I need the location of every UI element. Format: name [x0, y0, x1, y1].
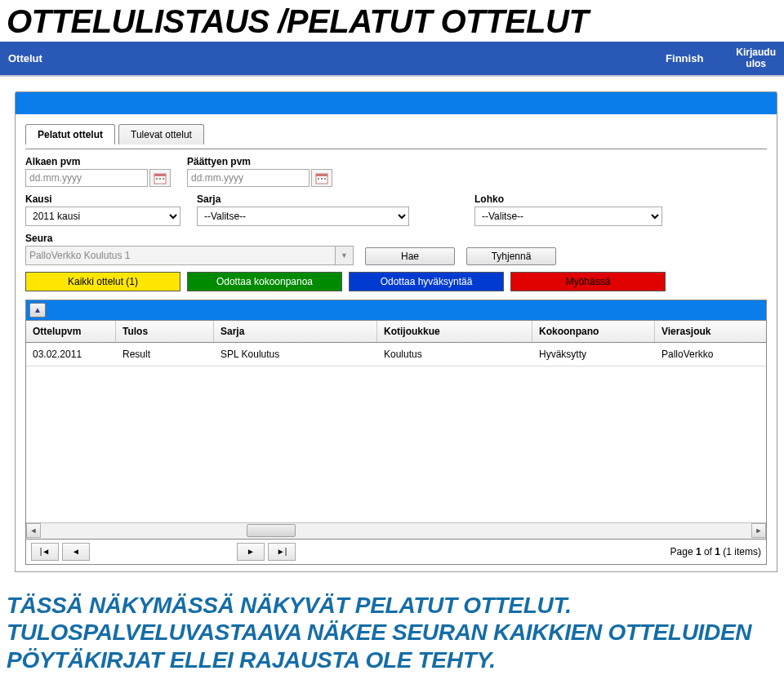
collapse-icon[interactable]: ▲ — [29, 303, 46, 318]
logout-line1: Kirjaudu — [736, 47, 776, 58]
svg-rect-2 — [156, 178, 158, 180]
col-result[interactable]: Tulos — [116, 321, 214, 342]
group-select[interactable]: --Valitse-- — [474, 207, 662, 226]
caption-line1: TÄSSÄ NÄKYMÄSSÄ NÄKYVÄT PELATUT OTTELUT. — [7, 593, 572, 618]
tab-underline — [25, 149, 767, 149]
label-from-date: Alkaen pvm — [25, 156, 171, 167]
title-sub: PELATUT OTTELUT — [287, 3, 589, 39]
club-input — [25, 246, 336, 265]
series-select[interactable]: --Valitse-- — [197, 207, 409, 226]
calendar-icon[interactable] — [311, 169, 332, 187]
nav-ottelut[interactable]: Ottelut — [8, 52, 666, 64]
topbar: Ottelut Finnish Kirjaudu ulos — [0, 42, 784, 75]
cell-lineup: Hyväksytty — [532, 343, 655, 366]
filter-panel: Pelatut ottelut Tulevat ottelut Alkaen p… — [15, 114, 777, 572]
chevron-down-icon[interactable]: ▼ — [336, 246, 354, 265]
status-lineup[interactable]: Odottaa kokoonpanoa — [187, 272, 342, 291]
search-button[interactable]: Hae — [365, 247, 455, 265]
pager: |◄ ◄ ► ►| Page 1 of 1 (1 items) — [26, 539, 766, 564]
label-season: Kausi — [25, 193, 180, 205]
calendar-icon[interactable] — [149, 169, 171, 187]
horizontal-scrollbar[interactable]: ◄ ► — [26, 522, 766, 539]
label-club: Seura — [25, 233, 354, 244]
season-select[interactable]: 2011 kausi — [25, 207, 180, 226]
caption: TÄSSÄ NÄKYMÄSSÄ NÄKYVÄT PELATUT OTTELUT.… — [0, 577, 784, 679]
page-title: OTTELULISTAUS /PELATUT OTTELUT — [0, 0, 784, 42]
to-date-input[interactable] — [187, 169, 310, 187]
status-all[interactable]: Kaikki ottelut (1) — [25, 272, 180, 291]
col-home[interactable]: Kotijoukkue — [377, 321, 532, 342]
clear-button[interactable]: Tyhjennä — [466, 247, 556, 265]
results-grid: Ottelupvm Tulos Sarja Kotijoukkue Kokoon… — [25, 321, 767, 565]
from-date-input[interactable] — [25, 169, 148, 187]
status-approve[interactable]: Odottaa hyväksyntää — [349, 272, 504, 291]
nav-logout[interactable]: Kirjaudu ulos — [736, 47, 776, 70]
status-filters: Kaikki ottelut (1) Odottaa kokoonpanoa O… — [25, 272, 767, 291]
pager-text: Page 1 of 1 (1 items) — [670, 546, 761, 557]
svg-rect-4 — [163, 178, 164, 180]
tab-upcoming[interactable]: Tulevat ottelut — [118, 124, 204, 144]
panel-header — [15, 91, 777, 114]
label-series: Sarja — [197, 193, 409, 205]
col-series[interactable]: Sarja — [214, 321, 377, 342]
svg-rect-9 — [324, 178, 326, 180]
title-main: OTTELULISTAUS / — [7, 3, 287, 39]
tabs: Pelatut ottelut Tulevat ottelut — [25, 124, 767, 144]
prev-page-button[interactable]: ◄ — [62, 543, 90, 561]
grid-header-row: Ottelupvm Tulos Sarja Kotijoukkue Kokoon… — [26, 321, 766, 343]
svg-rect-8 — [321, 178, 323, 180]
cell-away: PalloVerkko — [655, 343, 766, 366]
nav-language[interactable]: Finnish — [666, 52, 703, 64]
svg-rect-6 — [316, 174, 327, 176]
svg-rect-7 — [318, 178, 319, 180]
grid-header-bar: ▲ — [25, 300, 767, 321]
table-row[interactable]: 03.02.2011 Result SPL Koulutus Koulutus … — [26, 343, 766, 366]
scroll-right-icon[interactable]: ► — [751, 523, 766, 538]
next-page-button[interactable]: ► — [237, 543, 265, 561]
svg-rect-1 — [154, 174, 166, 176]
cell-date: 03.02.2011 — [26, 343, 116, 366]
first-page-button[interactable]: |◄ — [31, 543, 59, 561]
col-away[interactable]: Vierasjouk — [655, 321, 766, 342]
status-late[interactable]: Myöhässä — [510, 272, 666, 291]
scroll-thumb[interactable] — [247, 524, 296, 537]
cell-result: Result — [116, 343, 214, 366]
cell-home: Koulutus — [377, 343, 532, 366]
tab-played[interactable]: Pelatut ottelut — [25, 124, 115, 144]
col-lineup[interactable]: Kokoonpano — [532, 321, 655, 342]
logout-line2: ulos — [736, 58, 776, 69]
cell-series: SPL Koulutus — [214, 343, 377, 366]
caption-line2: TULOSPALVELUVASTAAVA NÄKEE SEURAN KAIKKI… — [7, 620, 751, 673]
scroll-left-icon[interactable]: ◄ — [26, 523, 41, 538]
grid-body: 03.02.2011 Result SPL Koulutus Koulutus … — [26, 343, 766, 522]
label-group: Lohko — [474, 193, 662, 205]
last-page-button[interactable]: ►| — [268, 543, 296, 561]
label-to-date: Päättyen pvm — [187, 156, 332, 167]
svg-rect-3 — [159, 178, 161, 180]
col-date[interactable]: Ottelupvm — [26, 321, 116, 342]
